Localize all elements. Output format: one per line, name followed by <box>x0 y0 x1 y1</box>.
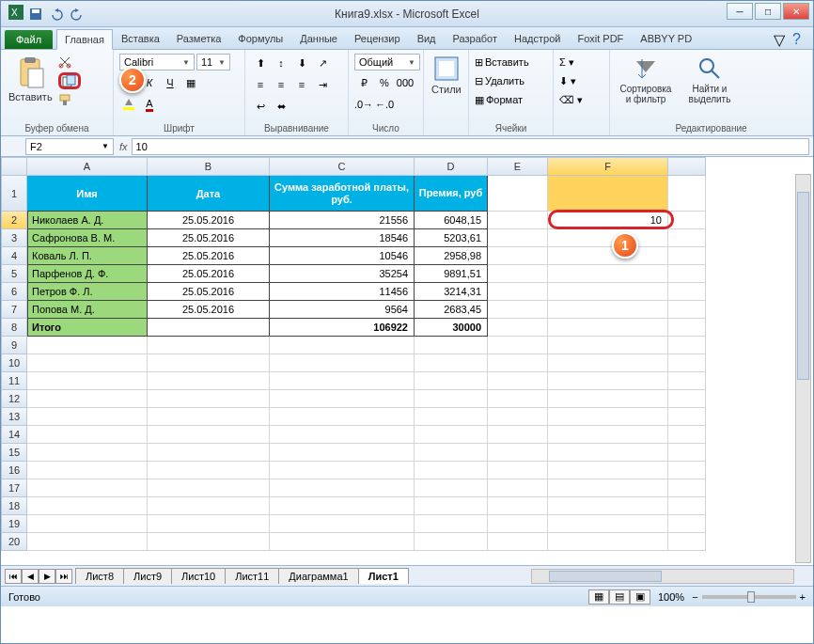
cell-G2[interactable] <box>668 212 706 229</box>
sheet-nav-first[interactable]: ⏮ <box>5 569 22 584</box>
cell-F14[interactable] <box>548 426 668 444</box>
border-button[interactable]: ▦ <box>181 73 200 92</box>
cell-E4[interactable] <box>488 247 548 265</box>
row-header-15[interactable]: 15 <box>1 444 27 462</box>
ribbon-tab-формулы[interactable]: Формулы <box>229 28 291 49</box>
sheet-nav-prev[interactable]: ◀ <box>22 569 39 584</box>
cell-B8[interactable] <box>148 319 270 337</box>
align-center-button[interactable]: ≡ <box>272 75 290 94</box>
column-header-E[interactable]: E <box>488 157 548 176</box>
cell-C9[interactable] <box>270 337 415 354</box>
column-header-D[interactable]: D <box>415 157 488 176</box>
percent-button[interactable]: % <box>375 73 394 92</box>
cell-A5[interactable]: Парфенов Д. Ф. <box>27 265 148 283</box>
cell-G14[interactable] <box>668 426 706 444</box>
sheet-nav-last[interactable]: ⏭ <box>55 569 72 584</box>
cell-F5[interactable] <box>548 265 668 283</box>
cell-F19[interactable] <box>548 515 668 533</box>
cell-E19[interactable] <box>488 515 548 533</box>
cell-B12[interactable] <box>148 390 270 408</box>
cell-B10[interactable] <box>148 354 270 372</box>
column-header-C[interactable]: C <box>270 157 415 176</box>
select-all-corner[interactable] <box>1 157 27 176</box>
minimize-ribbon-icon[interactable]: ▽ <box>774 31 787 44</box>
row-header-5[interactable]: 5 <box>1 265 27 283</box>
cell-E3[interactable] <box>488 229 548 247</box>
cell-F10[interactable] <box>548 354 668 372</box>
cell-A16[interactable] <box>27 462 148 479</box>
row-header-3[interactable]: 3 <box>1 229 27 247</box>
cell-E5[interactable] <box>488 265 548 283</box>
sheet-tab-Лист11[interactable]: Лист11 <box>225 568 279 584</box>
cell-C11[interactable] <box>270 372 415 390</box>
sort-filter-button[interactable]: Сортировка и фильтр <box>616 54 676 106</box>
save-icon[interactable] <box>27 6 44 23</box>
undo-icon[interactable] <box>48 6 65 23</box>
cell-B19[interactable] <box>148 515 270 533</box>
cell-C3[interactable]: 18546 <box>270 229 415 247</box>
font-name-combo[interactable]: Calibri▼ <box>119 54 195 71</box>
cell-C10[interactable] <box>270 354 415 372</box>
merge-button[interactable]: ⬌ <box>272 97 290 116</box>
cell-D8[interactable]: 30000 <box>415 319 488 337</box>
sheet-tab-Лист8[interactable]: Лист8 <box>75 568 124 584</box>
insert-cells-button[interactable]: ⊞ Вставить <box>475 54 529 71</box>
autosum-button[interactable]: Σ ▾ <box>559 54 574 71</box>
cell-F18[interactable] <box>548 497 668 515</box>
cell-G16[interactable] <box>668 462 706 479</box>
cell-E11[interactable] <box>488 372 548 390</box>
cell-D11[interactable] <box>415 372 488 390</box>
delete-cells-button[interactable]: ⊟ Удалить <box>475 72 524 89</box>
zoom-out-button[interactable]: − <box>692 591 697 603</box>
cell-E14[interactable] <box>488 426 548 444</box>
cell-B3[interactable]: 25.05.2016 <box>148 229 270 247</box>
cell-A4[interactable]: Коваль Л. П. <box>27 247 148 265</box>
sheet-nav-next[interactable]: ▶ <box>39 569 55 584</box>
row-header-19[interactable]: 19 <box>1 515 27 533</box>
cell-D15[interactable] <box>415 444 488 462</box>
cell-C19[interactable] <box>270 515 415 533</box>
align-top-button[interactable]: ⬆ <box>251 54 270 72</box>
cell-G5[interactable] <box>668 265 706 283</box>
cell-A8[interactable]: Итого <box>27 319 148 337</box>
cell-C7[interactable]: 9564 <box>270 301 415 319</box>
cell-C12[interactable] <box>270 390 415 408</box>
row-header-1[interactable]: 1 <box>1 176 27 212</box>
ribbon-tab-foxit pdf[interactable]: Foxit PDF <box>569 28 632 49</box>
cell-A6[interactable]: Петров Ф. Л. <box>27 283 148 301</box>
number-format-combo[interactable]: Общий▼ <box>354 54 420 71</box>
cell-D19[interactable] <box>415 515 488 533</box>
cell-F12[interactable] <box>548 390 668 408</box>
clear-button[interactable]: ⌫ ▾ <box>559 91 583 108</box>
cell-D1[interactable]: Премия, руб <box>415 176 488 212</box>
cell-E7[interactable] <box>488 301 548 319</box>
bold-button[interactable]: Ж <box>119 73 138 92</box>
cut-button[interactable] <box>58 54 81 71</box>
decrease-decimal-button[interactable]: ←.0 <box>375 95 394 114</box>
cell-G13[interactable] <box>668 408 706 426</box>
cell-C2[interactable]: 21556 <box>270 212 415 229</box>
cell-B7[interactable]: 25.05.2016 <box>148 301 270 319</box>
sheet-tab-Диаграмма1[interactable]: Диаграмма1 <box>278 568 358 584</box>
view-page-layout-button[interactable]: ▤ <box>609 589 630 605</box>
ribbon-tab-главная[interactable]: Главная <box>56 29 113 50</box>
cell-B15[interactable] <box>148 444 270 462</box>
cell-C8[interactable]: 106922 <box>270 319 415 337</box>
cell-D10[interactable] <box>415 354 488 372</box>
view-normal-button[interactable]: ▦ <box>588 589 609 605</box>
row-header-14[interactable]: 14 <box>1 426 27 444</box>
ribbon-tab-вид[interactable]: Вид <box>409 28 445 49</box>
format-cells-button[interactable]: ▦ Формат <box>475 91 523 108</box>
row-header-18[interactable]: 18 <box>1 497 27 515</box>
close-button[interactable]: ✕ <box>783 3 809 20</box>
column-header-extra[interactable] <box>668 157 706 176</box>
cell-D14[interactable] <box>415 426 488 444</box>
cell-C6[interactable]: 11456 <box>270 283 415 301</box>
italic-button[interactable]: К <box>140 73 159 92</box>
fx-icon[interactable]: fx <box>119 141 128 152</box>
cell-E20[interactable] <box>488 533 548 551</box>
align-middle-button[interactable]: ↕ <box>272 54 290 72</box>
cell-B20[interactable] <box>148 533 270 551</box>
view-page-break-button[interactable]: ▣ <box>630 589 650 605</box>
cell-B17[interactable] <box>148 479 270 497</box>
